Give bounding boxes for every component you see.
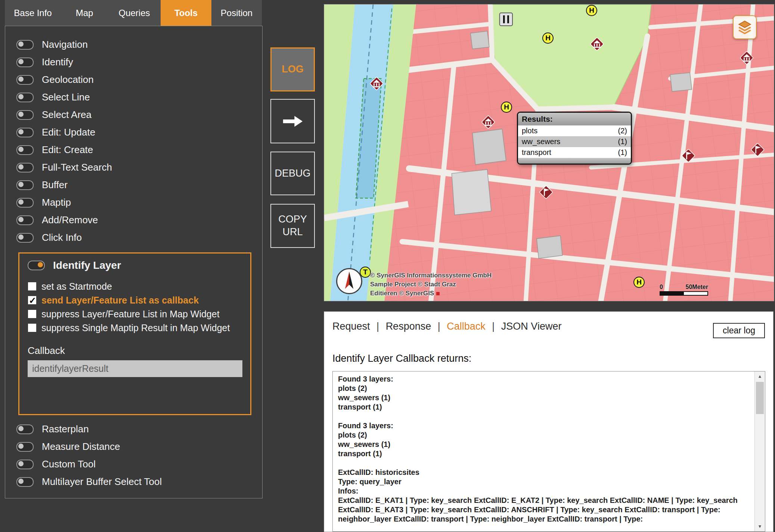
tool-row-rasterplan[interactable]: Rasterplan (5, 420, 262, 438)
tool-row-click-info[interactable]: Click Info (5, 229, 262, 246)
edit-update-toggle[interactable] (16, 128, 34, 137)
tool-label: Geolocation (42, 74, 94, 85)
toggle-knob (18, 182, 24, 187)
log-output-text: Found 3 layers: plots (2) ww_sewers (1) … (333, 371, 755, 531)
edit-create-toggle[interactable] (16, 145, 34, 155)
custom-tool-toggle[interactable] (16, 460, 34, 469)
tool-row-buffer[interactable]: Buffer (5, 176, 262, 194)
geolocation-toggle[interactable] (16, 75, 34, 85)
add-remove-toggle[interactable] (16, 215, 34, 225)
log-nav-callback[interactable]: Callback (447, 321, 486, 332)
lock-icon[interactable] (500, 13, 512, 25)
tool-row-navigation[interactable]: Navigation (5, 36, 262, 53)
suppress-maptip-checkbox[interactable] (28, 323, 37, 332)
clear-log-button[interactable]: clear log (713, 323, 765, 338)
tool-row-edit-update[interactable]: Edit: Update (5, 124, 262, 141)
option-send-callback[interactable]: send Layer/Feature List as callback (28, 294, 242, 306)
multilayer-buffer-toggle[interactable] (16, 477, 34, 487)
results-popup-footer (518, 158, 631, 164)
toggle-knob (18, 147, 24, 152)
arrow-icon (282, 115, 304, 128)
tools-panel: Navigation Identify Geolocation Select L… (5, 26, 263, 498)
tool-row-custom-tool[interactable]: Custom Tool (5, 455, 262, 473)
identify-layer-row[interactable]: Identify Layer (28, 259, 242, 271)
tool-row-select-line[interactable]: Select Line (5, 88, 262, 106)
tool-row-edit-create[interactable]: Edit: Create (5, 141, 262, 159)
tool-label: Maptip (42, 197, 71, 208)
log-panel: Request | Response | Callback | JSON Vie… (324, 311, 774, 532)
results-row-plots[interactable]: plots (2) (518, 125, 631, 136)
option-label: suppress Layer/Feature List in Map Widge… (41, 309, 220, 319)
scrollbar-thumb[interactable] (756, 382, 764, 414)
layer-name: plots (522, 127, 537, 135)
hydrant-marker[interactable]: H (633, 277, 645, 288)
toggle-knob (18, 426, 24, 431)
tool-row-full-text-search[interactable]: Full-Text Search (5, 159, 262, 176)
maptip-toggle[interactable] (16, 198, 34, 208)
select-area-toggle[interactable] (16, 110, 34, 120)
log-nav-response[interactable]: Response (386, 321, 431, 332)
tab-bar: Base Info Map Queries Tools Position (5, 0, 262, 26)
tool-label: Edit: Create (42, 144, 93, 156)
scale-bar-graphic (660, 291, 708, 296)
select-line-toggle[interactable] (16, 93, 34, 102)
option-label: send Layer/Feature List as callback (41, 295, 199, 305)
results-popup-title: Results: (518, 113, 631, 125)
tab-position[interactable]: Position (211, 0, 262, 26)
tool-row-measure-distance[interactable]: Measure Distance (5, 438, 262, 455)
callback-input[interactable] (28, 360, 242, 377)
log-nav-json-viewer[interactable]: JSON Viewer (501, 321, 562, 332)
tool-row-maptip[interactable]: Maptip (5, 194, 262, 211)
option-label: suppress Single Maptip Result in Map Wid… (41, 323, 230, 333)
scroll-up-icon[interactable]: ▲ (755, 371, 765, 381)
log-button[interactable]: LOG (270, 47, 315, 91)
identify-toggle[interactable] (16, 57, 34, 67)
option-set-as-startmode[interactable]: set as Startmode (28, 280, 242, 292)
toggle-knob (18, 77, 24, 82)
tab-tools[interactable]: Tools (161, 0, 211, 26)
tool-row-select-area[interactable]: Select Area (5, 106, 262, 124)
navigation-toggle[interactable] (16, 40, 34, 50)
full-text-search-toggle[interactable] (16, 163, 34, 172)
toggle-knob (18, 112, 24, 117)
layers-button[interactable] (733, 15, 757, 39)
option-label: set as Startmode (41, 281, 112, 292)
hydrant-marker[interactable]: H (542, 32, 554, 44)
option-suppress-list[interactable]: suppress Layer/Feature List in Map Widge… (28, 308, 242, 320)
option-suppress-maptip[interactable]: suppress Single Maptip Result in Map Wid… (28, 322, 242, 334)
tool-row-identify[interactable]: Identify (5, 53, 262, 71)
startmode-checkbox[interactable] (28, 282, 37, 291)
rasterplan-toggle[interactable] (16, 424, 34, 434)
tab-base-info[interactable]: Base Info (5, 0, 61, 26)
map-widget[interactable]: H H H H T Results: plots (2) ww_sewers (… (324, 4, 774, 301)
send-callback-checkbox[interactable] (28, 296, 37, 305)
identify-layer-toggle[interactable] (28, 261, 45, 270)
suppress-list-checkbox[interactable] (28, 309, 37, 318)
measure-distance-toggle[interactable] (16, 442, 34, 452)
toggle-knob (18, 461, 24, 466)
compass-control[interactable] (336, 268, 362, 294)
toggle-knob (18, 199, 24, 205)
tab-queries[interactable]: Queries (108, 0, 161, 26)
debug-button[interactable]: DEBUG (270, 152, 315, 195)
tool-row-geolocation[interactable]: Geolocation (5, 71, 262, 88)
results-row-ww-sewers[interactable]: ww_sewers (1) (518, 136, 631, 147)
log-nav-request[interactable]: Request (332, 321, 370, 332)
toggle-knob (18, 164, 24, 169)
results-row-transport[interactable]: transport (1) (518, 147, 631, 158)
scroll-down-icon[interactable]: ▼ (755, 522, 765, 531)
results-popup: Results: plots (2) ww_sewers (1) transpo… (517, 112, 632, 165)
log-nav: Request | Response | Callback | JSON Vie… (332, 321, 561, 332)
hydrant-marker[interactable]: H (586, 5, 597, 16)
hydrant-marker[interactable]: H (501, 102, 512, 113)
toggle-knob (18, 129, 24, 134)
log-scrollbar[interactable]: ▲ ▼ (754, 371, 765, 531)
tool-row-multilayer-buffer[interactable]: Multilayer Buffer Select Tool (5, 473, 262, 491)
tool-row-add-remove[interactable]: Add/Remove (5, 211, 262, 229)
run-arrow-button[interactable] (270, 99, 315, 143)
tab-map[interactable]: Map (61, 0, 108, 26)
click-info-toggle[interactable] (16, 233, 34, 243)
buffer-toggle[interactable] (16, 180, 34, 190)
copy-url-button[interactable]: COPY URL (270, 204, 315, 248)
north-arrow-icon (337, 269, 361, 293)
